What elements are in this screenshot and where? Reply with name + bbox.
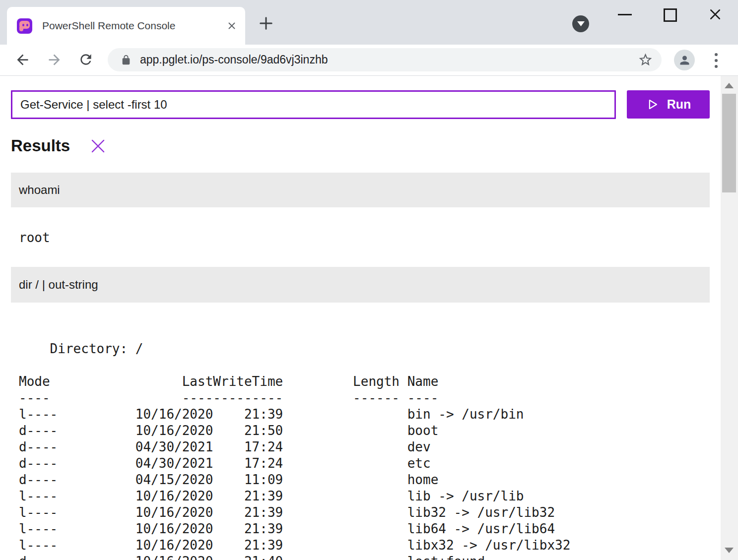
scroll-up-icon[interactable] xyxy=(725,83,734,88)
ps-console-page: Run Results whoami root dir / | out-stri… xyxy=(0,76,721,560)
results-header: Results xyxy=(11,134,721,158)
scroll-down-icon[interactable] xyxy=(725,548,734,553)
pglet-favicon-icon xyxy=(17,18,32,34)
play-icon xyxy=(646,98,659,111)
page-scrollbar[interactable] xyxy=(721,76,738,560)
results-title: Results xyxy=(11,136,70,155)
browser-toolbar: app.pglet.io/ps-console/9ad6vj3inzhb xyxy=(0,45,738,76)
command-text: whoami xyxy=(19,183,60,197)
run-button[interactable]: Run xyxy=(627,90,710,119)
tab-title: PowerShell Remote Console xyxy=(42,20,222,32)
command-output: root xyxy=(19,230,710,246)
browser-menu-icon[interactable] xyxy=(715,53,718,71)
command-input[interactable] xyxy=(11,90,616,119)
command-text: dir / | out-string xyxy=(19,278,98,292)
lock-icon[interactable] xyxy=(121,55,132,65)
tab-strip: PowerShell Remote Console xyxy=(0,0,738,45)
directory-listing-output: Directory: / Mode LastWriteTime Length N… xyxy=(19,324,710,560)
scrollbar-thumb[interactable] xyxy=(722,94,736,192)
window-minimize-button[interactable] xyxy=(618,14,632,15)
tab-close-icon[interactable] xyxy=(226,20,237,31)
command-history-item: whoami xyxy=(11,173,710,207)
window-close-button[interactable] xyxy=(708,7,723,24)
reload-icon[interactable] xyxy=(78,52,94,69)
command-row: Run xyxy=(11,90,710,119)
results-close-icon[interactable] xyxy=(89,137,107,155)
window-maximize-button[interactable] xyxy=(664,8,677,22)
new-tab-button[interactable] xyxy=(257,14,275,34)
address-bar[interactable]: app.pglet.io/ps-console/9ad6vj3inzhb xyxy=(108,48,662,71)
bookmark-star-icon[interactable] xyxy=(638,52,653,69)
browser-tab[interactable]: PowerShell Remote Console xyxy=(7,7,245,45)
url-text[interactable]: app.pglet.io/ps-console/9ad6vj3inzhb xyxy=(140,53,328,66)
forward-icon[interactable] xyxy=(46,52,63,70)
back-icon[interactable] xyxy=(14,52,31,70)
tab-search-button[interactable] xyxy=(572,15,589,32)
command-history-item: dir / | out-string xyxy=(11,267,710,303)
run-button-label: Run xyxy=(667,97,691,112)
profile-avatar[interactable] xyxy=(674,50,695,70)
